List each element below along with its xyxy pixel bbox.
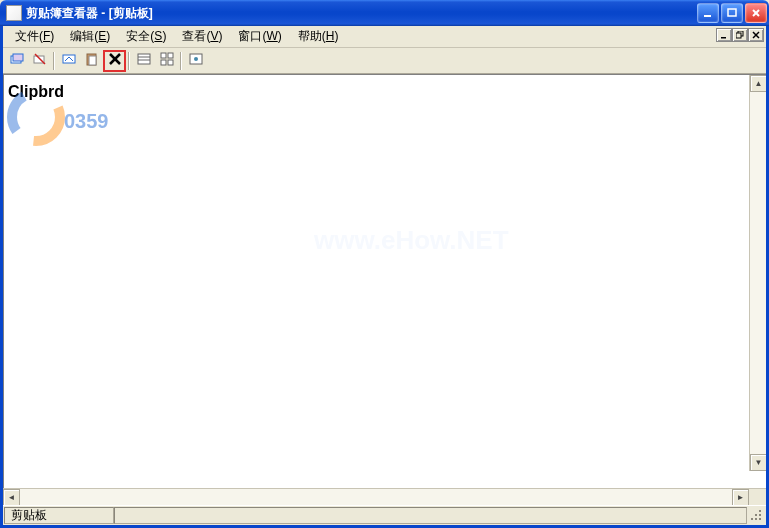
menu-file-label: 文件: [15, 29, 39, 43]
svg-point-26: [194, 57, 198, 61]
toolbar: [3, 48, 766, 74]
window-title: 剪贴簿查看器 - [剪贴板]: [26, 5, 697, 22]
svg-rect-29: [759, 518, 761, 520]
window-frame: 文件(F) 编辑(E) 安全(S) 查看(V) 窗口(W) 帮助(H): [0, 26, 769, 528]
menu-security-label: 安全: [126, 29, 150, 43]
vertical-scrollbar[interactable]: ▲ ▼: [749, 75, 766, 471]
status-pane-2: [114, 507, 747, 524]
toolbar-thumbnail-view-button[interactable]: [155, 50, 178, 72]
document-area: 0359 Clipbrd www.eHow.NET ▲ ▼: [3, 74, 766, 488]
menu-help-hotkey: H: [326, 29, 335, 43]
svg-rect-18: [138, 54, 150, 64]
minimize-button[interactable]: [697, 3, 719, 23]
scroll-up-button[interactable]: ▲: [750, 75, 766, 92]
svg-rect-30: [755, 518, 757, 520]
status-pane-1: 剪贴板: [4, 507, 114, 524]
menubar: 文件(F) 编辑(E) 安全(S) 查看(V) 窗口(W) 帮助(H): [3, 26, 766, 48]
client-area: 0359 Clipbrd www.eHow.NET ▲ ▼ ◄ ► 剪贴板: [3, 74, 766, 525]
menu-window[interactable]: 窗口(W): [230, 26, 289, 47]
svg-rect-24: [168, 60, 173, 65]
titlebar: 剪贴簿查看器 - [剪贴板]: [0, 0, 769, 26]
status-pane-1-text: 剪贴板: [11, 507, 47, 524]
menu-edit-label: 编辑: [70, 29, 94, 43]
menu-edit[interactable]: 编辑(E): [62, 26, 118, 47]
menu-help[interactable]: 帮助(H): [290, 26, 347, 47]
horizontal-scroll-track[interactable]: [20, 489, 732, 505]
vertical-scroll-track[interactable]: [750, 92, 766, 454]
mdi-minimize-button[interactable]: [716, 28, 732, 42]
svg-rect-31: [759, 514, 761, 516]
window-controls: [697, 3, 767, 23]
scroll-left-button[interactable]: ◄: [3, 489, 20, 506]
delete-icon: [108, 52, 122, 69]
connect-icon: [9, 51, 25, 70]
menu-security-hotkey: S: [154, 29, 162, 43]
menu-window-hotkey: W: [266, 29, 277, 43]
menu-view-label: 查看: [182, 29, 206, 43]
mdi-close-button[interactable]: [748, 28, 764, 42]
scroll-size-grip[interactable]: [749, 489, 766, 506]
share-icon: [61, 51, 77, 70]
svg-rect-10: [13, 54, 23, 61]
mdi-controls: [716, 28, 764, 44]
svg-rect-0: [704, 15, 711, 17]
svg-rect-22: [168, 53, 173, 58]
svg-rect-21: [161, 53, 166, 58]
toolbar-paste-button[interactable]: [80, 50, 103, 72]
toolbar-connect-button[interactable]: [5, 50, 28, 72]
app-icon: [6, 5, 22, 21]
svg-rect-13: [63, 55, 75, 63]
menu-help-label: 帮助: [298, 29, 322, 43]
mdi-restore-button[interactable]: [732, 28, 748, 42]
resize-grip-icon[interactable]: [747, 507, 765, 524]
menu-security[interactable]: 安全(S): [118, 26, 174, 47]
maximize-button[interactable]: [721, 3, 743, 23]
svg-rect-33: [755, 514, 757, 516]
menu-view[interactable]: 查看(V): [174, 26, 230, 47]
svg-rect-15: [89, 56, 96, 65]
svg-rect-34: [759, 510, 761, 512]
menu-edit-hotkey: E: [98, 29, 106, 43]
menu-file-hotkey: F: [43, 29, 50, 43]
toolbar-share-button[interactable]: [57, 50, 80, 72]
svg-rect-32: [751, 518, 753, 520]
watermark-side-text: 0359: [64, 110, 109, 133]
preview-icon: [188, 51, 204, 70]
document-heading: Clipbrd: [4, 75, 766, 105]
list-view-icon: [136, 51, 152, 70]
thumbnail-view-icon: [159, 51, 175, 70]
svg-rect-1: [728, 9, 736, 16]
toolbar-list-view-button[interactable]: [132, 50, 155, 72]
disconnect-icon: [32, 51, 48, 70]
menu-window-label: 窗口: [238, 29, 262, 43]
svg-rect-23: [161, 60, 166, 65]
toolbar-disconnect-button[interactable]: [28, 50, 51, 72]
watermark-center-text: www.eHow.NET: [314, 225, 509, 256]
menu-file[interactable]: 文件(F): [7, 26, 62, 47]
svg-rect-6: [736, 33, 741, 38]
scroll-down-button[interactable]: ▼: [750, 454, 766, 471]
paste-icon: [84, 51, 100, 70]
svg-rect-4: [721, 37, 726, 39]
toolbar-preview-button[interactable]: [184, 50, 207, 72]
close-button[interactable]: [745, 3, 767, 23]
menu-view-hotkey: V: [210, 29, 218, 43]
scroll-right-button[interactable]: ►: [732, 489, 749, 506]
statusbar: 剪贴板: [3, 505, 766, 525]
horizontal-scrollbar[interactable]: ◄ ►: [3, 488, 766, 505]
toolbar-delete-button[interactable]: [103, 50, 126, 72]
